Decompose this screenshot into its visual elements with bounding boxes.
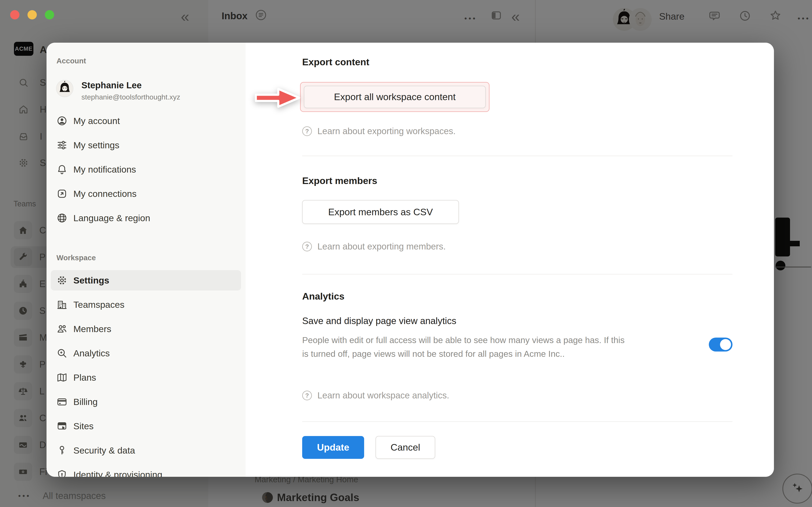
sidebar-item-language-region[interactable]: Language & region (56, 208, 241, 228)
bell-icon (56, 164, 67, 175)
sidebar-item-label: Settings (73, 275, 109, 286)
sidebar-item-security-data[interactable]: Security & data (56, 440, 241, 460)
sidebar-item-members[interactable]: Members (56, 319, 241, 339)
sidebar-item-plans[interactable]: Plans (56, 368, 241, 388)
building-icon (56, 299, 67, 310)
export-all-workspace-content-button[interactable]: Export all workspace content (304, 86, 486, 108)
gear-icon (56, 275, 67, 286)
help-link-label: Learn about exporting members. (317, 241, 446, 251)
sidebar-item-label: Members (73, 324, 111, 334)
sidebar-item-label: Sites (73, 421, 94, 431)
export-members-heading: Export members (302, 175, 377, 186)
arrow-box-icon (56, 188, 67, 199)
sliders-icon (56, 139, 67, 151)
key-icon (56, 445, 67, 456)
workspace-section-header: Workspace (56, 253, 96, 262)
screen: « Inbox ••• « Share ••• ACME A S H I S T… (0, 0, 812, 507)
account-section-header: Account (56, 57, 86, 65)
help-link-row[interactable]: ? Learn about workspace analytics. (302, 389, 449, 402)
sidebar-item-label: My notifications (73, 164, 136, 175)
settings-sidebar: Account Stephanie Lee stephanie@toolsfor… (47, 43, 246, 477)
settings-content: Export content Export all workspace cont… (246, 43, 774, 477)
help-link-label: Learn about workspace analytics. (317, 390, 449, 400)
update-button[interactable]: Update (302, 436, 364, 459)
section-divider (302, 274, 732, 274)
sidebar-item-label: Language & region (73, 213, 150, 223)
settings-dialog: Account Stephanie Lee stephanie@toolsfor… (47, 43, 774, 477)
help-icon: ? (302, 391, 312, 400)
help-link-label: Learn about exporting workspaces. (317, 126, 456, 136)
help-link-row[interactable]: ? Learn about exporting workspaces. (302, 124, 456, 138)
help-link-row[interactable]: ? Learn about exporting members. (302, 239, 446, 253)
help-icon: ? (302, 126, 312, 136)
sidebar-item-analytics[interactable]: Analytics (56, 343, 241, 363)
profile-row[interactable]: Stephanie Lee stephanie@toolsforthought.… (56, 80, 180, 101)
sidebar-item-my-settings[interactable]: My settings (56, 135, 241, 155)
page-view-analytics-title: Save and display page view analytics (302, 316, 456, 326)
sidebar-item-billing[interactable]: Billing (56, 392, 241, 412)
sidebar-item-my-notifications[interactable]: My notifications (56, 159, 241, 180)
sidebar-item-label: Security & data (73, 445, 135, 456)
sidebar-item-my-account[interactable]: My account (56, 111, 241, 131)
section-divider (302, 156, 732, 156)
map-icon (56, 372, 67, 383)
sidebar-item-my-connections[interactable]: My connections (56, 183, 241, 204)
profile-email: stephanie@toolsforthought.xyz (82, 93, 180, 101)
sidebar-item-label: Billing (73, 397, 98, 407)
sidebar-item-label: Analytics (73, 348, 110, 358)
export-content-heading: Export content (302, 57, 369, 68)
section-divider (302, 421, 732, 422)
avatar (56, 80, 73, 97)
toggle-knob (720, 339, 731, 350)
sidebar-item-teamspaces[interactable]: Teamspaces (56, 294, 241, 315)
minimize-window-button[interactable] (28, 10, 37, 19)
close-window-button[interactable] (10, 10, 19, 19)
sidebar-item-label: My account (73, 116, 120, 126)
person-circle-icon (56, 115, 67, 126)
sidebar-item-label: My connections (73, 189, 137, 199)
export-members-csv-button[interactable]: Export members as CSV (302, 200, 459, 224)
profile-name: Stephanie Lee (82, 80, 180, 91)
sidebar-item-sites[interactable]: Sites (56, 416, 241, 436)
window-controls (10, 10, 54, 19)
sidebar-item-label: Identity & provisioning (73, 469, 162, 477)
help-icon: ? (302, 242, 312, 251)
globe-icon (56, 213, 67, 224)
sidebar-item-label: My settings (73, 140, 119, 151)
zoom-window-button[interactable] (45, 10, 54, 19)
analytics-heading: Analytics (302, 291, 345, 302)
magnifier-icon (56, 348, 67, 359)
card-icon (56, 396, 67, 407)
members-icon (56, 324, 67, 334)
sidebar-item-label: Plans (73, 373, 96, 383)
browser-icon (56, 420, 67, 432)
annotation-arrow (255, 86, 302, 109)
sidebar-item-identity-provisioning[interactable]: Identity & provisioning (56, 464, 241, 477)
sidebar-item-settings[interactable]: Settings (51, 270, 241, 290)
shield-icon (56, 469, 67, 477)
page-view-analytics-toggle[interactable] (709, 338, 732, 351)
cancel-button[interactable]: Cancel (375, 436, 435, 459)
page-view-analytics-description: People with edit or full access will be … (302, 333, 632, 361)
sidebar-item-label: Teamspaces (73, 299, 124, 310)
annotation-highlight-box: Export all workspace content (300, 82, 490, 112)
